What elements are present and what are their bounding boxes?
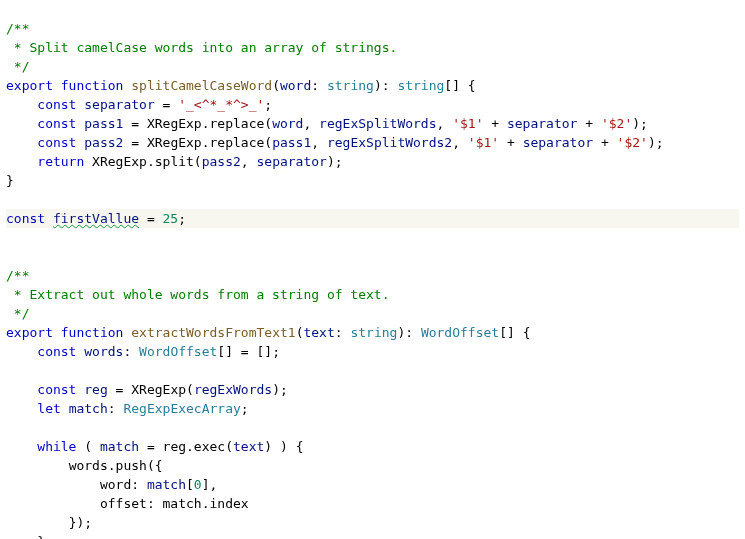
code-line: words.push({ [6, 458, 163, 473]
blank-line [6, 420, 14, 435]
comment-line: * Split camelCase words into an array of… [6, 40, 397, 55]
comment-line: */ [6, 306, 29, 321]
code-line: while ( match = reg.exec(text) ) { [6, 439, 303, 454]
comment-line: * Extract out whole words from a string … [6, 287, 390, 302]
code-line: } [6, 173, 14, 188]
active-line: const firstVallue = 25; [6, 209, 739, 228]
spelling-error: firstVallue [53, 211, 139, 226]
code-line: word: match[0], [6, 477, 217, 492]
code-line: } [6, 534, 45, 539]
code-line: return XRegExp.split(pass2, separator); [6, 154, 343, 169]
code-line: const words: WordOffset[] = []; [6, 344, 280, 359]
blank-line [6, 249, 14, 264]
comment-line: */ [6, 59, 29, 74]
code-line: const separator = '_<^*_*^>_'; [6, 97, 272, 112]
comment-line: /** [6, 21, 29, 36]
code-line: let match: RegExpExecArray; [6, 401, 249, 416]
code-editor[interactable]: /** * Split camelCase words into an arra… [0, 0, 745, 539]
blank-line [6, 192, 14, 207]
code-line: export function extractWordsFromText1(te… [6, 325, 530, 340]
code-line: const pass2 = XRegExp.replace(pass1, reg… [6, 135, 664, 150]
blank-line [6, 363, 14, 378]
comment-line: /** [6, 268, 29, 283]
code-line: offset: match.index [6, 496, 249, 511]
code-line: export function splitCamelCaseWord(word:… [6, 78, 476, 93]
code-line: const reg = XRegExp(regExWords); [6, 382, 288, 397]
code-line: const pass1 = XRegExp.replace(word, regE… [6, 116, 648, 131]
code-line: }); [6, 515, 92, 530]
